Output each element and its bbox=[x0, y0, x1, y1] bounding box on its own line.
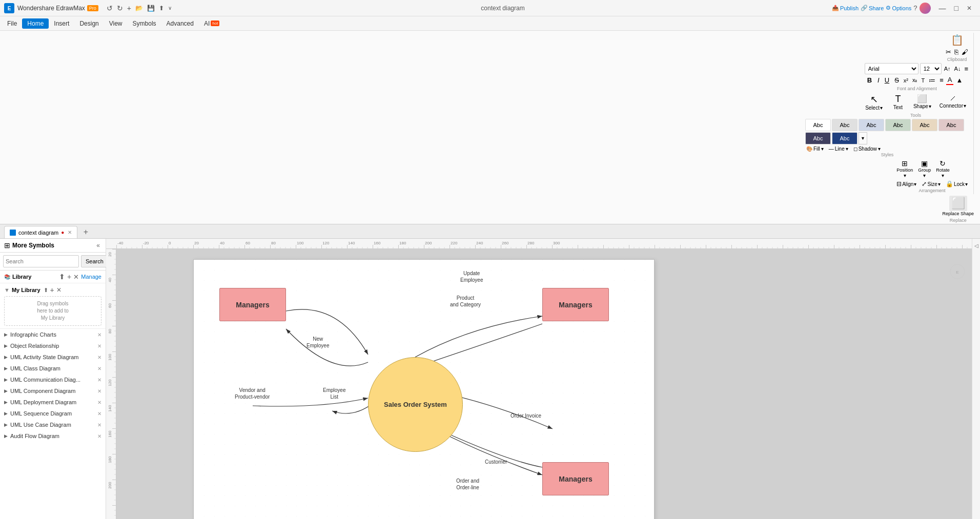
style-swatch-2[interactable]: Abc bbox=[832, 119, 858, 131]
underline-button[interactable]: U bbox=[883, 76, 891, 85]
manage-button[interactable]: Manage bbox=[81, 274, 101, 280]
menu-advanced[interactable]: Advanced bbox=[161, 18, 199, 29]
style-swatch-1[interactable]: Abc bbox=[805, 119, 831, 131]
menu-insert[interactable]: Insert bbox=[49, 18, 74, 29]
bullet-button[interactable]: ≔ bbox=[927, 76, 937, 85]
style-swatch-8[interactable]: Abc bbox=[832, 132, 858, 144]
new-button[interactable]: + bbox=[125, 3, 133, 13]
list-item[interactable]: ▶ UML Use Case Diagram ✕ bbox=[0, 419, 106, 430]
save-button[interactable]: 💾 bbox=[145, 4, 157, 13]
remove-object-rel-button[interactable]: ✕ bbox=[97, 343, 101, 349]
list-item[interactable]: ▶ UML Activity State Diagram ✕ bbox=[0, 351, 106, 363]
manager-box-topleft[interactable]: Managers bbox=[219, 288, 286, 321]
font-color-button[interactable]: A bbox=[946, 75, 954, 85]
paste-button[interactable]: 📋 bbox=[949, 33, 966, 47]
style-swatch-7[interactable]: Abc bbox=[805, 132, 831, 144]
remove-uml-seq-button[interactable]: ✕ bbox=[97, 411, 101, 417]
text-align-button[interactable]: ≡ bbox=[963, 65, 969, 73]
subscript-button[interactable]: x₂ bbox=[911, 76, 919, 84]
new-library-button[interactable]: + bbox=[67, 273, 71, 281]
strikethrough-button[interactable]: S bbox=[892, 76, 901, 85]
redo-button[interactable]: ↻ bbox=[115, 3, 125, 13]
select-tool-btn[interactable]: ↖ Select▾ bbox=[862, 92, 886, 112]
center-circle[interactable]: Sales Order System bbox=[368, 357, 463, 452]
undo-button[interactable]: ↺ bbox=[105, 3, 115, 13]
list-item[interactable]: ▶ Object Relationship ✕ bbox=[0, 340, 106, 351]
menu-design[interactable]: Design bbox=[74, 18, 104, 29]
shape-tool-btn[interactable]: ⬜ Shape▾ bbox=[910, 92, 934, 111]
number-list-button[interactable]: ≡ bbox=[938, 76, 945, 85]
group-button[interactable]: ▣ Group▾ bbox=[916, 158, 932, 179]
list-item[interactable]: ▶ UML Sequence Diagram ✕ bbox=[0, 408, 106, 419]
list-item[interactable]: ▶ UML Communication Diag... ✕ bbox=[0, 374, 106, 385]
options-button[interactable]: ⚙Options bbox=[886, 5, 911, 11]
remove-uml-comm-button[interactable]: ✕ bbox=[97, 377, 101, 383]
font-size-dec-button[interactable]: A↓ bbox=[953, 65, 962, 72]
remove-audit-button[interactable]: ✕ bbox=[97, 433, 101, 439]
text-size-button[interactable]: T bbox=[920, 77, 926, 84]
menu-ai[interactable]: AI hot bbox=[199, 18, 224, 29]
bold-button[interactable]: B bbox=[865, 75, 874, 85]
list-item[interactable]: ▶ Infographic Charts ✕ bbox=[0, 329, 106, 340]
search-input[interactable] bbox=[3, 255, 79, 267]
open-button[interactable]: 📂 bbox=[133, 4, 145, 13]
size-button[interactable]: ⤢ Size▾ bbox=[920, 180, 942, 188]
superscript-button[interactable]: x² bbox=[902, 77, 910, 84]
list-item[interactable]: ▶ Audit Flow Diagram ✕ bbox=[0, 430, 106, 442]
add-tab-button[interactable]: + bbox=[79, 226, 92, 238]
highlight-button[interactable]: ▲ bbox=[954, 76, 964, 85]
my-library-add-button[interactable]: + bbox=[50, 286, 54, 294]
list-item[interactable]: ▶ UML Component Diagram ✕ bbox=[0, 385, 106, 397]
style-swatch-4[interactable]: Abc bbox=[885, 119, 911, 131]
style-swatch-6[interactable]: Abc bbox=[938, 119, 964, 131]
remove-infographic-button[interactable]: ✕ bbox=[97, 332, 101, 338]
maximize-button[interactable]: □ bbox=[950, 3, 963, 13]
right-panel-expand-button[interactable]: ◁ bbox=[974, 243, 978, 248]
cut-button[interactable]: ✂ bbox=[945, 48, 952, 56]
shadow-button[interactable]: ◻ Shadow ▾ bbox=[852, 146, 882, 152]
copy-button[interactable]: ⎘ bbox=[953, 48, 959, 56]
my-library-close-button[interactable]: ✕ bbox=[56, 286, 62, 294]
menu-symbols[interactable]: Symbols bbox=[128, 18, 161, 29]
manager-box-topright[interactable]: Managers bbox=[542, 288, 609, 321]
font-size-select[interactable]: 12 bbox=[920, 63, 942, 74]
remove-uml-usecase-button[interactable]: ✕ bbox=[97, 422, 101, 428]
styles-expand-button[interactable]: ▼ bbox=[859, 132, 867, 144]
remove-uml-activity-button[interactable]: ✕ bbox=[97, 355, 101, 360]
rotate-button[interactable]: ↻ Rotate▾ bbox=[934, 158, 951, 179]
export-button[interactable]: ⬆ bbox=[157, 4, 166, 13]
remove-uml-deploy-button[interactable]: ✕ bbox=[97, 400, 101, 405]
canvas-content[interactable]: Managers Managers Managers Sales Order S… bbox=[116, 249, 972, 519]
panel-collapse-button[interactable]: « bbox=[95, 241, 101, 250]
style-swatch-5[interactable]: Abc bbox=[912, 119, 937, 131]
share-button[interactable]: 🔗Share bbox=[861, 5, 884, 11]
my-library-expand-button[interactable]: ⬆ bbox=[44, 287, 48, 294]
remove-uml-class-button[interactable]: ✕ bbox=[97, 366, 101, 371]
replace-shape-button[interactable]: ⬜ Replace Shape bbox=[939, 194, 977, 218]
list-item[interactable]: ▶ UML Class Diagram ✕ bbox=[0, 363, 106, 374]
font-size-inc-button[interactable]: A↑ bbox=[943, 65, 952, 72]
fill-button[interactable]: 🎨 Fill ▾ bbox=[805, 146, 825, 152]
position-button[interactable]: ⊞ Position▾ bbox=[895, 158, 914, 179]
line-button[interactable]: — Line ▾ bbox=[828, 146, 849, 152]
italic-button[interactable]: I bbox=[875, 76, 882, 85]
format-paint-button[interactable]: 🖌 bbox=[961, 48, 969, 56]
minimize-button[interactable]: — bbox=[935, 3, 950, 13]
close-tab-button[interactable]: ✕ bbox=[68, 230, 72, 235]
tab-context-diagram[interactable]: context diagram ● ✕ bbox=[4, 226, 77, 238]
menu-home[interactable]: Home bbox=[22, 18, 49, 29]
text-tool-btn[interactable]: T Text bbox=[888, 92, 908, 112]
menu-file[interactable]: File bbox=[2, 18, 22, 29]
close-library-button[interactable]: ✕ bbox=[73, 273, 79, 281]
user-avatar[interactable] bbox=[920, 3, 931, 14]
align-button[interactable]: ⊟ Align▾ bbox=[895, 180, 918, 188]
connector-tool-btn[interactable]: ⟋ Connector▾ bbox=[936, 92, 969, 110]
style-swatch-3[interactable]: Abc bbox=[859, 119, 884, 131]
lock-button[interactable]: 🔒 Lock▾ bbox=[944, 180, 969, 188]
list-item[interactable]: ▶ UML Deployment Diagram ✕ bbox=[0, 397, 106, 408]
more-button[interactable]: ∨ bbox=[166, 4, 174, 12]
remove-uml-comp-button[interactable]: ✕ bbox=[97, 388, 101, 394]
canvas-scroll[interactable]: 20 40 60 80 100 120 140 160 180 200 bbox=[106, 249, 972, 519]
diagram-canvas[interactable]: Managers Managers Managers Sales Order S… bbox=[193, 259, 655, 519]
search-button[interactable]: Search bbox=[81, 255, 108, 267]
